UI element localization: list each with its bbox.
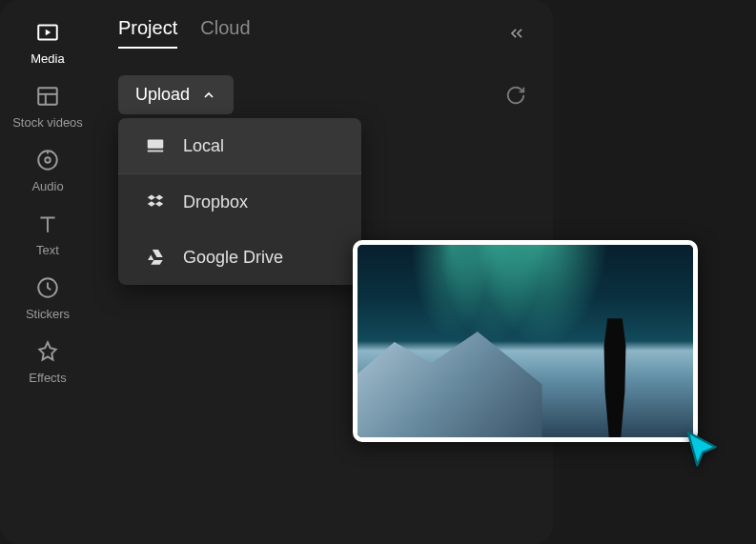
disc-icon — [34, 147, 61, 173]
sidebar-item-label: Media — [31, 51, 64, 66]
sidebar-item-stickers[interactable]: Stickers — [26, 274, 70, 321]
sidebar-item-label: Stickers — [26, 307, 70, 321]
upload-option-label: Dropbox — [183, 192, 248, 212]
upload-row: Upload — [118, 75, 530, 114]
panel-header: Project Cloud — [118, 17, 530, 49]
layout-icon — [34, 83, 61, 110]
upload-button[interactable]: Upload — [118, 75, 234, 114]
media-thumbnail[interactable] — [353, 240, 698, 442]
svg-rect-8 — [148, 151, 164, 152]
upload-option-label: Google Drive — [183, 248, 283, 268]
panel-tabs: Project Cloud — [118, 17, 251, 49]
sidebar-item-audio[interactable]: Audio — [31, 147, 63, 193]
upload-option-google-drive[interactable]: Google Drive — [118, 230, 361, 285]
media-icon — [34, 19, 61, 46]
refresh-button[interactable] — [501, 81, 530, 110]
text-icon — [34, 211, 61, 237]
dropbox-icon — [145, 191, 166, 212]
sidebar-item-label: Effects — [29, 371, 67, 385]
sidebar-item-label: Stock videos — [12, 115, 83, 130]
svg-rect-1 — [38, 88, 57, 104]
sidebar-item-label: Audio — [31, 179, 63, 193]
sidebar-item-effects[interactable]: Effects — [29, 338, 67, 385]
sidebar-item-stock-videos[interactable]: Stock videos — [12, 83, 83, 130]
svg-rect-7 — [148, 140, 164, 149]
google-drive-icon — [145, 247, 166, 268]
tab-cloud[interactable]: Cloud — [200, 17, 250, 49]
sidebar-item-text[interactable]: Text — [34, 211, 61, 257]
upload-dropdown: Local Dropbox Google Drive — [118, 118, 361, 285]
chevron-up-icon — [201, 88, 216, 103]
upload-option-local[interactable]: Local — [118, 118, 361, 174]
svg-point-5 — [45, 157, 50, 162]
tab-project[interactable]: Project — [118, 17, 177, 49]
sidebar-item-label: Text — [36, 243, 59, 257]
cursor-icon — [683, 429, 726, 473]
upload-button-label: Upload — [135, 85, 190, 105]
star-icon — [34, 338, 61, 365]
upload-option-dropbox[interactable]: Dropbox — [118, 174, 361, 230]
sidebar-item-media[interactable]: Media — [31, 19, 64, 66]
clock-icon — [34, 274, 61, 301]
tool-sidebar: Media Stock videos Audio Text Stickers — [0, 0, 95, 544]
collapse-panel-button[interactable] — [503, 20, 530, 47]
monitor-icon — [145, 135, 166, 156]
upload-option-label: Local — [183, 136, 224, 156]
thumbnail-image — [358, 245, 693, 437]
